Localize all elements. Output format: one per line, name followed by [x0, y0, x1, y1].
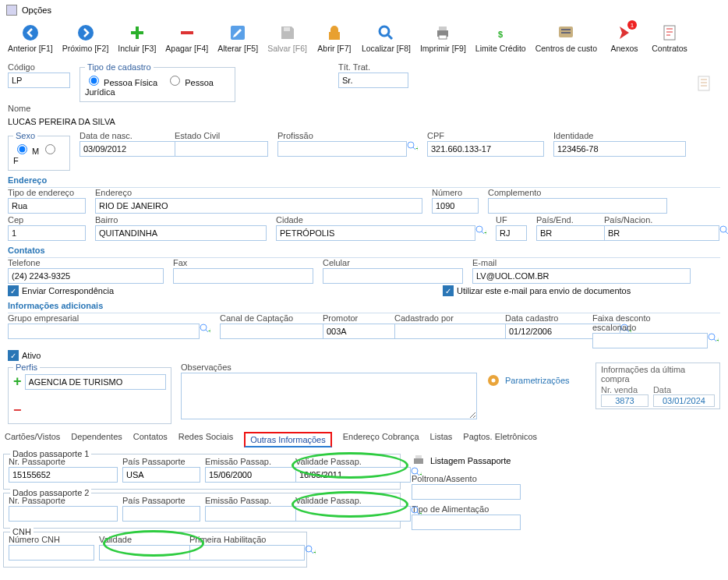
cpf-input[interactable]: [427, 141, 544, 157]
endereco-section: Endereço: [8, 173, 720, 188]
tab-redes[interactable]: Redes Sociais: [178, 432, 233, 447]
app-icon: [6, 5, 17, 16]
svg-text:+: +: [415, 143, 418, 152]
tab-listas[interactable]: Listas: [430, 432, 453, 447]
printer-icon: [412, 454, 426, 468]
credit-limit-button[interactable]: $Limite Crédito: [472, 22, 529, 55]
p1-val-input[interactable]: [295, 467, 411, 483]
email-input[interactable]: [472, 268, 691, 284]
ident-input[interactable]: [553, 141, 686, 157]
lookup-icon[interactable]: +: [475, 225, 486, 236]
lookup-icon[interactable]: +: [305, 545, 316, 556]
cidade-input[interactable]: [276, 225, 475, 241]
listagem-passaporte-link[interactable]: Listagem Passaporte: [412, 454, 725, 468]
edit-button[interactable]: Alterar [F5]: [214, 22, 261, 55]
prof-input[interactable]: [277, 141, 407, 157]
paisnac-label: País/Nacion.: [604, 215, 674, 225]
add-icon[interactable]: +: [13, 373, 22, 390]
endereco-input[interactable]: [95, 198, 422, 214]
numero-input[interactable]: [432, 198, 479, 214]
p2-pais-input[interactable]: [122, 506, 200, 522]
tittrat-select[interactable]: Sr.: [338, 72, 408, 88]
nome-label: Nome: [8, 104, 709, 113]
contracts-button[interactable]: Contratos: [648, 22, 691, 55]
lookup-icon[interactable]: +: [411, 506, 422, 517]
uf-input[interactable]: [496, 225, 527, 241]
lookup-icon[interactable]: +: [411, 467, 422, 478]
p1-nr-input[interactable]: [9, 467, 118, 483]
tab-dependentes[interactable]: Dependentes: [71, 432, 122, 447]
canal-input[interactable]: [220, 324, 335, 339]
attachments-badge: 1: [627, 20, 637, 30]
lookup-icon[interactable]: +: [407, 141, 418, 152]
tipocad-legend: Tipo de cadastro: [85, 62, 154, 72]
perfis-legend: Perfis: [13, 362, 40, 372]
save-button: Salvar [F6]: [264, 22, 310, 55]
cadpor-input[interactable]: [394, 324, 510, 339]
cnh-prim-label: Primeira Habilitação: [189, 535, 291, 544]
next-button[interactable]: Próximo [F2]: [59, 22, 112, 55]
tab-endcob[interactable]: Endereço Cobrança: [343, 432, 419, 447]
svg-rect-52: [415, 455, 422, 458]
poltrona-input[interactable]: [412, 484, 521, 500]
p1-val-label: Validade Passap.: [295, 457, 381, 466]
open-button[interactable]: Abrir [F7]: [313, 22, 355, 55]
attachments-button[interactable]: 1Anexos: [603, 22, 645, 55]
fax-input[interactable]: [173, 268, 313, 284]
fax-label: Fax: [173, 258, 313, 267]
svg-text:+: +: [208, 326, 210, 334]
lookup-icon[interactable]: +: [708, 333, 719, 344]
ativo-checkbox[interactable]: ✓Ativo: [8, 350, 41, 361]
prof-label: Profissão: [277, 131, 418, 140]
tel-input[interactable]: [8, 268, 164, 284]
p2-val-input[interactable]: [295, 506, 411, 522]
remove-icon[interactable]: −: [13, 402, 22, 418]
delete-button[interactable]: Apagar [F4]: [162, 22, 211, 55]
p2-nr-input[interactable]: [9, 506, 118, 522]
uf-label: UF: [496, 215, 527, 225]
tab-outras[interactable]: Outras Informações: [244, 432, 332, 447]
ultvenda-dt-label: Data: [653, 385, 715, 394]
tab-contatos[interactable]: Contatos: [133, 432, 168, 447]
ultvenda-dt[interactable]: 03/01/2024: [653, 394, 715, 407]
email-docs-checkbox[interactable]: ✓Utilizar este e-mail para envio de docu…: [443, 285, 631, 296]
compl-input[interactable]: [488, 198, 667, 214]
prev-button[interactable]: Anterior [F1]: [5, 22, 56, 55]
lookup-icon[interactable]: +: [719, 225, 728, 236]
faixa-input[interactable]: [592, 333, 708, 348]
ultvenda-nr[interactable]: 3873: [601, 394, 648, 407]
ultvenda-nr-label: Nr. venda: [601, 385, 648, 394]
tab-pagtos[interactable]: Pagtos. Eletrônicos: [463, 432, 537, 447]
svg-text:+: +: [419, 508, 422, 517]
cnh-prim-input[interactable]: [189, 545, 305, 561]
estciv-select[interactable]: [175, 141, 268, 157]
cost-centers-button[interactable]: Centros de custo: [532, 22, 600, 55]
pessoa-fisica-radio[interactable]: Pessoa Física: [85, 78, 157, 87]
param-link[interactable]: Parametrizações: [486, 373, 570, 387]
enviar-corr-checkbox[interactable]: ✓Enviar Correspondência: [8, 285, 114, 296]
cnh-num-input[interactable]: [9, 545, 94, 561]
paisnac-input[interactable]: [604, 225, 719, 241]
perfis-input[interactable]: [25, 374, 166, 390]
grupo-input[interactable]: [8, 324, 200, 339]
codigo-input[interactable]: [8, 72, 70, 88]
cel-input[interactable]: [323, 268, 463, 284]
find-button[interactable]: Localizar [F8]: [359, 22, 414, 55]
tittrat-label: Tít. Trat.: [338, 62, 408, 72]
compl-label: Complemento: [488, 188, 667, 197]
alim-input[interactable]: [412, 515, 521, 530]
print-button[interactable]: Imprimir [F9]: [417, 22, 469, 55]
lookup-icon[interactable]: +: [200, 324, 210, 334]
cel-label: Celular: [323, 258, 463, 267]
bairro-input[interactable]: [95, 225, 267, 241]
sexo-m-radio[interactable]: M: [13, 147, 39, 156]
cep-input[interactable]: [8, 225, 86, 241]
svg-point-23: [720, 226, 726, 232]
include-button[interactable]: Incluir [F3]: [115, 22, 159, 55]
tipoend-select[interactable]: Rua: [8, 198, 86, 214]
tab-cartoes[interactable]: Cartões/Vistos: [5, 432, 60, 447]
passaporte2-group: Dados passaporte 2 Nr. Passaporte País P…: [3, 493, 401, 529]
p1-pais-input[interactable]: [122, 467, 200, 483]
alim-label: Tipo de Alimentação: [412, 504, 521, 514]
obs-textarea[interactable]: [181, 373, 477, 419]
